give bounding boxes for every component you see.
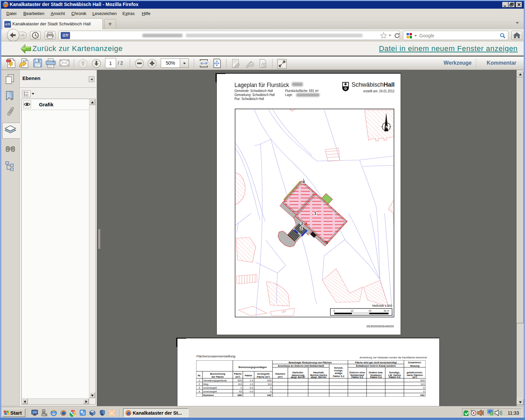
svg-text:anlage: anlage [335, 372, 342, 375]
svg-text:(m³): (m³) [278, 375, 283, 378]
svg-text:unversiegelt: unversiegelt [203, 390, 217, 393]
svg-text:Bezeichnung: Bezeichnung [210, 372, 225, 375]
svg-text:0: 0 [423, 386, 425, 389]
svg-text:1: 1 [314, 211, 316, 216]
svg-text:30 m: 30 m [384, 309, 389, 312]
svg-text:12/2: 12/2 [281, 310, 286, 313]
svg-text:20: 20 [369, 309, 371, 312]
svg-text:1.0: 1.0 [249, 383, 253, 386]
svg-text:529: 529 [237, 379, 242, 382]
svg-text:Faktor 0,0: Faktor 0,0 [389, 376, 400, 379]
svg-text:0.0: 0.0 [249, 386, 253, 389]
svg-text:Faktor: Faktor [245, 374, 252, 377]
svg-text:Verwaltungsgebäude: Verwaltungsgebäude [203, 379, 227, 382]
svg-text:Weg: Weg [203, 383, 208, 386]
svg-text:N: N [386, 125, 388, 129]
svg-text:3: 3 [198, 386, 200, 389]
svg-text:(m²): (m²) [413, 376, 417, 379]
svg-text:Faktor 0,0: Faktor 0,0 [370, 376, 382, 379]
svg-text:Maßstab 1:500: Maßstab 1:500 [372, 304, 392, 307]
svg-text:Summen: Summen [203, 394, 214, 397]
svg-text:Fläche (m²): Fläche (m²) [257, 375, 270, 378]
svg-text:versiegelte: versiegelte [257, 372, 270, 375]
svg-text:fassung: fassung [410, 364, 420, 367]
svg-text:686: 686 [237, 394, 242, 397]
svg-text:529: 529 [267, 379, 272, 382]
svg-text:0: 0 [270, 386, 272, 389]
svg-text:Entwässert nicht in Kanal sond: Entwässert nicht in Kanal sondern [356, 364, 396, 367]
svg-text:Volumen: Volumen [275, 372, 285, 375]
svg-text:Faktor 0,0: Faktor 0,0 [352, 376, 363, 379]
svg-text:Fläche wird gar nicht berücksi: Fläche wird gar nicht berücksichtigt [355, 361, 397, 364]
svg-text:der Fläche: der Fläche [211, 375, 224, 378]
svg-text:0: 0 [423, 390, 425, 393]
svg-text:Anschluss an Zisterne (mit Not: Anschluss an Zisterne (mit Notüberlauf) [278, 364, 324, 367]
svg-text:Nr.: Nr. [198, 374, 201, 377]
svg-text:Faktor 0,2: Faktor 0,2 [333, 375, 344, 378]
svg-text:2: 2 [300, 226, 302, 231]
svg-text:Fläche: Fläche [234, 372, 241, 375]
svg-text:113: 113 [421, 383, 425, 386]
svg-text:113: 113 [238, 383, 242, 386]
svg-text:0.0: 0.0 [249, 390, 253, 393]
svg-text:113: 113 [268, 383, 272, 386]
svg-text:Beantragte Reduzierung von Flä: Beantragte Reduzierung von Flächen [289, 361, 332, 364]
svg-text:Bemessungsgrundlagen: Bemessungsgrundlagen [238, 366, 267, 369]
svg-text:3: 3 [301, 221, 303, 226]
svg-text:642: 642 [420, 394, 425, 397]
svg-text:abzgl. 8m²/m³: abzgl. 8m²/m³ [291, 376, 306, 379]
svg-text:642: 642 [267, 394, 272, 397]
svg-text:4: 4 [302, 179, 305, 184]
svg-text:0: 0 [270, 390, 272, 393]
svg-text:43: 43 [239, 390, 242, 393]
svg-text:529: 529 [420, 379, 425, 382]
svg-text:1: 1 [198, 379, 200, 382]
svg-text:Zusammen-: Zusammen- [408, 361, 422, 364]
svg-text:0: 0 [334, 309, 335, 312]
svg-text:abzgl. 16m²/m³: abzgl. 16m²/m³ [311, 376, 327, 379]
svg-text:1: 1 [240, 386, 242, 389]
svg-text:2: 2 [198, 383, 200, 386]
svg-text:1.0: 1.0 [249, 379, 253, 382]
svg-text:10: 10 [351, 309, 353, 312]
svg-text:4: 4 [198, 390, 200, 393]
svg-text:unversiegelt: unversiegelt [203, 386, 217, 389]
svg-text:(m²): (m²) [235, 375, 240, 378]
